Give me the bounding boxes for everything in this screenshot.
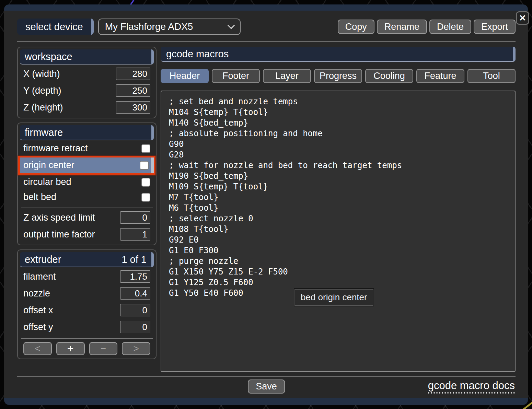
offset-y-label: offset y: [23, 322, 53, 332]
extruder-count: 1 of 1: [122, 254, 147, 265]
firmware-panel: firmware firmware retract origin center …: [17, 122, 157, 245]
tab-header[interactable]: Header: [161, 69, 209, 83]
time-factor-label: output time factor: [23, 229, 95, 240]
z-speed-label: Z axis speed limit: [23, 212, 95, 223]
extruder-remove-button[interactable]: −: [89, 342, 118, 355]
workspace-x-label: X (width): [23, 69, 60, 79]
extruder-divider: [21, 338, 153, 339]
circular-bed-checkbox[interactable]: [141, 178, 150, 187]
top-bar: select device My Flashforge ADX5 Copy Re…: [17, 18, 516, 35]
device-settings-dialog: select device My Flashforge ADX5 Copy Re…: [4, 4, 528, 405]
workspace-z-label: Z (height): [23, 102, 63, 113]
z-speed-row: Z axis speed limit: [20, 210, 154, 225]
main-area: workspace X (width) Y (depth) Z (height): [17, 47, 516, 372]
workspace-title: workspace: [25, 51, 72, 62]
offset-x-input[interactable]: [120, 304, 150, 316]
save-button[interactable]: Save: [248, 379, 285, 394]
offset-y-row: offset y: [20, 319, 154, 335]
belt-bed-label: belt bed: [23, 192, 56, 202]
circular-bed-row: circular bed: [20, 175, 154, 189]
tab-layer[interactable]: Layer: [263, 69, 311, 83]
dialog-top-edge: [4, 4, 528, 11]
rename-button[interactable]: Rename: [377, 20, 427, 34]
chevron-down-icon: [228, 22, 235, 29]
extruder-title: extruder: [25, 254, 61, 265]
extruder-panel: extruder 1 of 1 filament nozzle offset x: [17, 249, 157, 359]
footer: Save gcode macro docs: [17, 377, 516, 398]
delete-button[interactable]: Delete: [429, 20, 471, 34]
firmware-panel-header: firmware: [20, 125, 154, 140]
workspace-y-input[interactable]: [116, 84, 150, 97]
extruder-prev-button[interactable]: <: [23, 342, 52, 355]
workspace-z-row: Z (height): [20, 100, 154, 115]
nozzle-input[interactable]: [120, 287, 150, 300]
workspace-z-input[interactable]: [116, 101, 150, 114]
close-icon[interactable]: ✕: [516, 11, 529, 25]
tab-footer[interactable]: Footer: [212, 69, 260, 83]
gcode-macros-title: gcode macros: [166, 48, 229, 60]
z-speed-input[interactable]: [120, 211, 150, 224]
dialog-bottom-edge: [4, 398, 528, 405]
device-select[interactable]: My Flashforge ADX5: [98, 19, 241, 35]
origin-center-row[interactable]: origin center: [20, 157, 154, 173]
origin-center-checkbox[interactable]: [140, 161, 149, 170]
device-action-buttons: Copy Rename Delete Export: [338, 20, 516, 34]
time-factor-row: output time factor: [20, 227, 154, 242]
belt-bed-row: belt bed: [20, 190, 154, 204]
extruder-panel-header: extruder 1 of 1: [20, 252, 154, 267]
extruder-next-button[interactable]: >: [122, 342, 150, 355]
gcode-editor-content: ; set bed and nozzle temps M104 S{temp} …: [169, 96, 507, 299]
gcode-macros-section: gcode macros Header Footer Layer Progres…: [161, 47, 516, 372]
filament-row: filament: [20, 269, 154, 284]
workspace-y-row: Y (depth): [20, 83, 154, 98]
circular-bed-label: circular bed: [23, 177, 71, 187]
offset-y-input[interactable]: [120, 321, 150, 333]
firmware-retract-checkbox[interactable]: [141, 144, 150, 153]
workspace-panel: workspace X (width) Y (depth) Z (height): [17, 47, 157, 118]
gcode-macros-header: gcode macros: [161, 47, 516, 62]
extruder-add-button[interactable]: +: [56, 342, 85, 355]
firmware-retract-row: firmware retract: [20, 141, 154, 155]
workspace-x-row: X (width): [20, 66, 154, 81]
left-column: workspace X (width) Y (depth) Z (height): [17, 47, 157, 372]
device-select-value: My Flashforge ADX5: [105, 21, 193, 32]
gcode-macro-docs-link[interactable]: gcode macro docs: [428, 379, 515, 394]
offset-x-label: offset x: [23, 305, 53, 316]
gcode-editor[interactable]: ; set bed and nozzle temps M104 S{temp} …: [161, 91, 516, 372]
export-button[interactable]: Export: [474, 20, 516, 34]
tab-tool[interactable]: Tool: [467, 69, 516, 83]
workspace-panel-header: workspace: [20, 49, 154, 65]
gcode-macro-tabs: Header Footer Layer Progress Cooling Fea…: [161, 69, 516, 83]
tab-progress[interactable]: Progress: [314, 69, 362, 83]
tooltip-bed-origin-center: bed origin center: [294, 289, 373, 306]
origin-center-label: origin center: [23, 160, 74, 171]
firmware-retract-label: firmware retract: [23, 143, 88, 154]
tab-feature[interactable]: Feature: [416, 69, 464, 83]
select-device-label: select device: [17, 19, 94, 35]
extruder-nav: < + − >: [20, 339, 154, 356]
copy-button[interactable]: Copy: [338, 20, 374, 34]
offset-x-row: offset x: [20, 303, 154, 318]
top-divider: [17, 41, 516, 42]
time-factor-input[interactable]: [120, 228, 150, 241]
workspace-y-label: Y (depth): [23, 85, 61, 96]
firmware-divider: [21, 208, 153, 208]
nozzle-row: nozzle: [20, 286, 154, 301]
workspace-x-input[interactable]: [116, 68, 150, 80]
filament-input[interactable]: [120, 270, 150, 283]
belt-bed-checkbox[interactable]: [141, 193, 150, 202]
firmware-title: firmware: [25, 127, 63, 138]
filament-label: filament: [23, 271, 56, 282]
tab-cooling[interactable]: Cooling: [365, 69, 413, 83]
dialog-body: select device My Flashforge ADX5 Copy Re…: [4, 11, 528, 398]
nozzle-label: nozzle: [23, 288, 50, 299]
